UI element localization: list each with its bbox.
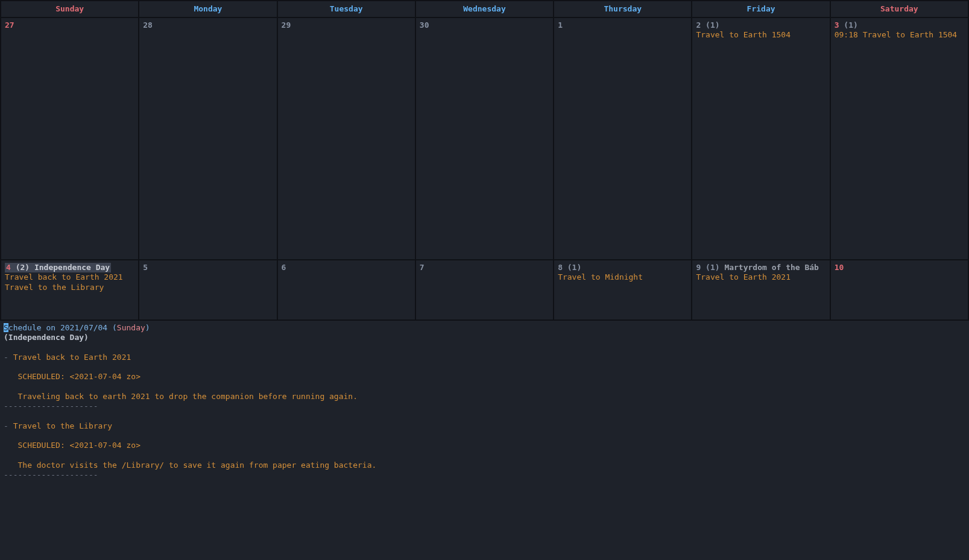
day-cell[interactable]: 1	[554, 17, 692, 260]
day-header-line: 3 (1)	[835, 20, 964, 30]
day-number: 4	[6, 263, 16, 272]
day-header-line: 27	[5, 20, 134, 30]
day-cell[interactable]: 30	[415, 17, 554, 260]
calendar-event[interactable]: Travel to Earth 2021	[696, 272, 825, 282]
day-number: 29	[282, 20, 291, 30]
day-header-line: 6	[282, 263, 411, 272]
day-cell[interactable]: 10	[830, 260, 968, 320]
calendar-event[interactable]: 09:18 Travel to Earth 1504	[835, 30, 964, 40]
schedule-item-body: Traveling back to earth 2021 to drop the…	[4, 392, 965, 401]
holiday-name: Martyrdom of the Báb	[724, 263, 819, 272]
day-header-line: 4 (2) Independence Day	[5, 263, 134, 272]
day-cell[interactable]: 27	[1, 17, 139, 260]
day-header-wednesday: Wednesday	[415, 1, 554, 17]
day-cell[interactable]: 7	[415, 260, 554, 320]
day-cell[interactable]: 8 (1) Travel to Midnight	[554, 260, 692, 320]
day-cell[interactable]: 6	[277, 260, 415, 320]
day-number: 8	[558, 263, 567, 272]
day-cell[interactable]: 5	[139, 260, 277, 320]
calendar-event[interactable]: Travel back to Earth 2021	[5, 272, 134, 282]
schedule-item-title[interactable]: - Travel to the Library	[4, 421, 965, 431]
schedule-divider: --------------------	[4, 401, 965, 411]
schedule-title: Schedule on 2021/07/04 (Sunday)	[4, 323, 965, 333]
day-header-line: 28	[143, 20, 273, 30]
day-number: 27	[5, 20, 14, 30]
event-count: (1)	[567, 263, 581, 272]
day-header-line: 2 (1)	[696, 20, 825, 30]
day-header-saturday: Saturday	[830, 1, 968, 17]
schedule-pane: Schedule on 2021/07/04 (Sunday)(Independ…	[0, 321, 969, 482]
calendar-grid: SundayMondayTuesdayWednesdayThursdayFrid…	[0, 0, 969, 321]
day-cell[interactable]: 3 (1) 09:18 Travel to Earth 1504	[830, 17, 968, 260]
day-header-thursday: Thursday	[554, 1, 692, 17]
day-cell[interactable]: 4 (2) Independence Day Travel back to Ea…	[1, 260, 139, 320]
day-header-sunday: Sunday	[1, 1, 139, 17]
day-header-line: 5	[143, 263, 273, 272]
calendar-event[interactable]: Travel to Midnight	[558, 272, 687, 282]
day-number: 7	[420, 263, 425, 272]
day-header-line: 7	[420, 263, 549, 272]
day-number: 9	[696, 263, 705, 272]
day-number: 2	[696, 20, 705, 30]
schedule-subtitle: (Independence Day)	[4, 333, 965, 342]
day-header-line: 30	[420, 20, 549, 30]
day-number: 3	[835, 20, 844, 30]
schedule-item-body: The doctor visits the /Library/ to save …	[4, 461, 965, 470]
schedule-item-scheduled: SCHEDULED: <2021-07-04 zo>	[4, 441, 965, 450]
day-header-line: 1	[558, 20, 687, 30]
day-header-tuesday: Tuesday	[277, 1, 415, 17]
calendar-event[interactable]: Travel to the Library	[5, 283, 134, 292]
event-count: (1)	[844, 20, 857, 30]
day-number: 10	[835, 263, 844, 272]
day-header-line: 10	[835, 263, 964, 272]
day-cell[interactable]: 29	[277, 17, 415, 260]
schedule-item-title[interactable]: - Travel back to Earth 2021	[4, 353, 965, 362]
day-number: 6	[282, 263, 286, 272]
day-number: 5	[143, 263, 148, 272]
day-header-line: 8 (1)	[558, 263, 687, 272]
day-number: 28	[143, 20, 153, 30]
holiday-name: Independence Day	[34, 263, 110, 272]
day-number: 1	[558, 20, 563, 30]
day-header-line: 29	[282, 20, 411, 30]
event-count: (2)	[16, 263, 34, 272]
day-header-line: 9 (1) Martyrdom of the Báb	[696, 263, 825, 272]
event-count: (1)	[705, 20, 719, 30]
day-header-monday: Monday	[139, 1, 277, 17]
schedule-item-scheduled: SCHEDULED: <2021-07-04 zo>	[4, 372, 965, 382]
cursor: S	[4, 323, 8, 332]
day-cell[interactable]: 9 (1) Martyrdom of the BábTravel to Eart…	[692, 260, 830, 320]
calendar-app: SundayMondayTuesdayWednesdayThursdayFrid…	[0, 0, 969, 560]
schedule-divider: --------------------	[4, 470, 965, 480]
day-cell[interactable]: 28	[139, 17, 277, 260]
day-header-friday: Friday	[692, 1, 830, 17]
event-count: (1)	[705, 263, 724, 272]
calendar-event[interactable]: Travel to Earth 1504	[696, 30, 825, 40]
day-number: 30	[420, 20, 429, 30]
day-cell[interactable]: 2 (1) Travel to Earth 1504	[692, 17, 830, 260]
